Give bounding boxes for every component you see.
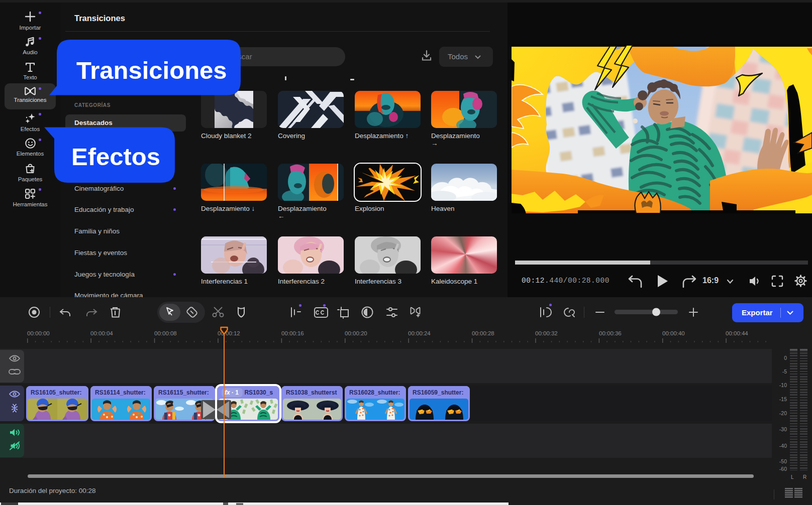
svg-text:Transiciones: Transiciones (76, 57, 227, 84)
svg-text:00:00:04: 00:00:04 (90, 330, 113, 336)
svg-text:00:00:00: 00:00:00 (27, 330, 50, 336)
svg-text:00:00:24: 00:00:24 (408, 330, 431, 336)
svg-text:00:00:44: 00:00:44 (726, 330, 748, 336)
svg-text:00:00:28: 00:00:28 (472, 330, 494, 336)
svg-text:00:00:36: 00:00:36 (599, 330, 622, 336)
svg-text:00:00:40: 00:00:40 (662, 330, 685, 336)
svg-text:00:00:16: 00:00:16 (281, 330, 304, 336)
svg-text:00:00:32: 00:00:32 (535, 330, 558, 336)
svg-text:Efectos: Efectos (71, 143, 160, 170)
svg-text:00:00:08: 00:00:08 (154, 330, 177, 336)
svg-text:00:00:20: 00:00:20 (345, 330, 367, 336)
